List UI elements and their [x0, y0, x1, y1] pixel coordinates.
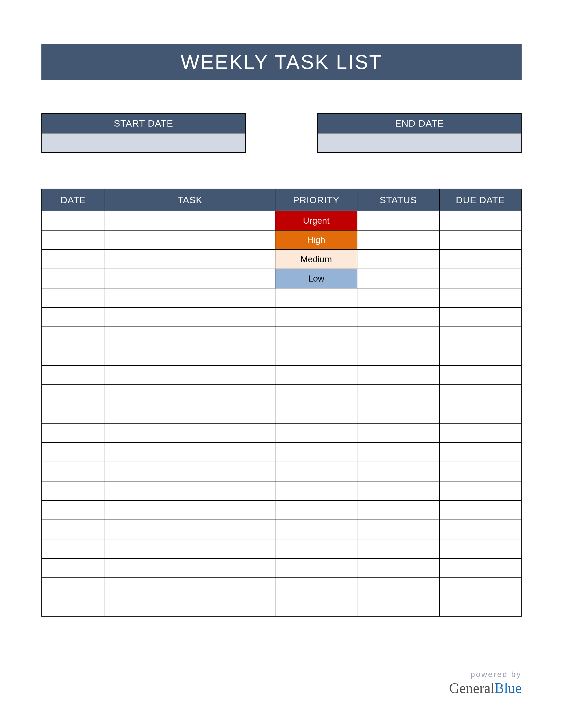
cell-task[interactable]	[105, 250, 275, 269]
cell-date[interactable]	[42, 501, 105, 520]
cell-date[interactable]	[42, 346, 105, 365]
cell-status[interactable]	[357, 481, 439, 501]
cell-date[interactable]	[42, 578, 105, 597]
cell-date[interactable]	[42, 520, 105, 539]
cell-priority[interactable]	[275, 423, 357, 443]
cell-priority[interactable]	[275, 346, 357, 365]
cell-task[interactable]	[105, 365, 275, 385]
cell-task[interactable]	[105, 230, 275, 250]
cell-due[interactable]	[439, 443, 521, 462]
cell-status[interactable]	[357, 346, 439, 365]
cell-due[interactable]	[439, 211, 521, 230]
cell-date[interactable]	[42, 269, 105, 288]
start-date-value[interactable]	[41, 133, 245, 153]
cell-status[interactable]	[357, 539, 439, 558]
cell-priority[interactable]: Urgent	[275, 211, 357, 230]
cell-due[interactable]	[439, 230, 521, 250]
cell-status[interactable]	[357, 462, 439, 481]
cell-status[interactable]	[357, 404, 439, 423]
cell-priority[interactable]	[275, 404, 357, 423]
cell-due[interactable]	[439, 578, 521, 597]
cell-task[interactable]	[105, 307, 275, 327]
cell-date[interactable]	[42, 558, 105, 578]
cell-due[interactable]	[439, 346, 521, 365]
cell-priority[interactable]	[275, 462, 357, 481]
cell-due[interactable]	[439, 307, 521, 327]
cell-status[interactable]	[357, 327, 439, 346]
cell-date[interactable]	[42, 423, 105, 443]
cell-due[interactable]	[439, 423, 521, 443]
cell-priority[interactable]	[275, 288, 357, 307]
cell-task[interactable]	[105, 578, 275, 597]
cell-date[interactable]	[42, 597, 105, 616]
cell-date[interactable]	[42, 327, 105, 346]
cell-priority[interactable]	[275, 365, 357, 385]
cell-date[interactable]	[42, 211, 105, 230]
cell-priority[interactable]	[275, 385, 357, 404]
cell-date[interactable]	[42, 481, 105, 501]
cell-status[interactable]	[357, 288, 439, 307]
cell-due[interactable]	[439, 481, 521, 501]
cell-task[interactable]	[105, 481, 275, 501]
cell-status[interactable]	[357, 501, 439, 520]
cell-date[interactable]	[42, 404, 105, 423]
cell-task[interactable]	[105, 288, 275, 307]
cell-status[interactable]	[357, 307, 439, 327]
cell-due[interactable]	[439, 404, 521, 423]
cell-status[interactable]	[357, 423, 439, 443]
cell-priority[interactable]	[275, 481, 357, 501]
cell-due[interactable]	[439, 250, 521, 269]
cell-priority[interactable]	[275, 307, 357, 327]
cell-due[interactable]	[439, 385, 521, 404]
cell-status[interactable]	[357, 443, 439, 462]
cell-status[interactable]	[357, 269, 439, 288]
cell-priority[interactable]	[275, 539, 357, 558]
cell-status[interactable]	[357, 520, 439, 539]
cell-status[interactable]	[357, 385, 439, 404]
end-date-value[interactable]	[318, 133, 522, 153]
cell-due[interactable]	[439, 520, 521, 539]
cell-due[interactable]	[439, 501, 521, 520]
cell-priority[interactable]	[275, 578, 357, 597]
cell-priority[interactable]	[275, 520, 357, 539]
cell-priority[interactable]	[275, 443, 357, 462]
cell-date[interactable]	[42, 288, 105, 307]
cell-status[interactable]	[357, 365, 439, 385]
cell-priority[interactable]: Medium	[275, 250, 357, 269]
cell-date[interactable]	[42, 250, 105, 269]
cell-task[interactable]	[105, 269, 275, 288]
cell-task[interactable]	[105, 423, 275, 443]
cell-priority[interactable]	[275, 597, 357, 616]
cell-due[interactable]	[439, 597, 521, 616]
cell-status[interactable]	[357, 230, 439, 250]
cell-task[interactable]	[105, 385, 275, 404]
cell-task[interactable]	[105, 346, 275, 365]
cell-task[interactable]	[105, 327, 275, 346]
cell-due[interactable]	[439, 269, 521, 288]
cell-task[interactable]	[105, 501, 275, 520]
cell-task[interactable]	[105, 404, 275, 423]
cell-status[interactable]	[357, 597, 439, 616]
cell-status[interactable]	[357, 578, 439, 597]
cell-priority[interactable]: High	[275, 230, 357, 250]
cell-priority[interactable]	[275, 558, 357, 578]
cell-status[interactable]	[357, 211, 439, 230]
cell-task[interactable]	[105, 211, 275, 230]
cell-task[interactable]	[105, 539, 275, 558]
cell-due[interactable]	[439, 558, 521, 578]
cell-due[interactable]	[439, 365, 521, 385]
cell-date[interactable]	[42, 385, 105, 404]
cell-priority[interactable]	[275, 327, 357, 346]
cell-date[interactable]	[42, 539, 105, 558]
cell-task[interactable]	[105, 558, 275, 578]
cell-priority[interactable]	[275, 501, 357, 520]
cell-task[interactable]	[105, 462, 275, 481]
cell-task[interactable]	[105, 597, 275, 616]
cell-status[interactable]	[357, 558, 439, 578]
cell-date[interactable]	[42, 230, 105, 250]
cell-due[interactable]	[439, 327, 521, 346]
cell-due[interactable]	[439, 462, 521, 481]
cell-task[interactable]	[105, 520, 275, 539]
cell-date[interactable]	[42, 307, 105, 327]
cell-priority[interactable]: Low	[275, 269, 357, 288]
